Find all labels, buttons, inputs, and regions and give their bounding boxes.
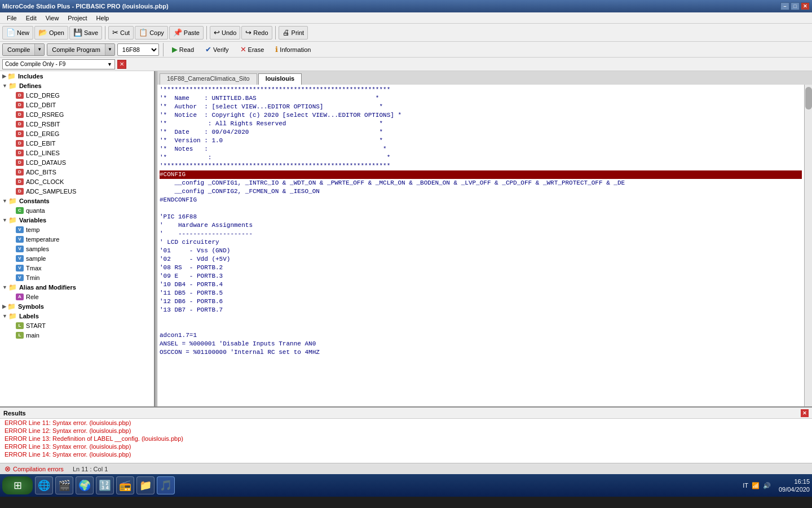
start-button[interactable]: ⊞ <box>2 476 33 494</box>
tab-0[interactable]: 16F88_CameraClimatica_Sito <box>160 73 257 85</box>
tree-item-1-6[interactable]: DLCD_LINES <box>0 148 154 157</box>
menu-edit[interactable]: Edit <box>21 14 41 23</box>
statusbar: ⊗ Compilation errors Ln 11 : Col 1 <box>0 463 812 474</box>
taskbar-calc[interactable]: 🔢 <box>96 476 114 494</box>
taskbar-folder[interactable]: 📁 <box>136 476 155 494</box>
tree-item-6-0[interactable]: LSTART <box>0 321 154 330</box>
tree-item-1-7[interactable]: DLCD_DATAUS <box>0 157 154 167</box>
compile-arrow[interactable]: ▼ <box>34 44 44 55</box>
code-scroll-area[interactable]: '***************************************… <box>157 85 804 406</box>
code-line: __config _CONFIG2, _FCMEN_ON & _IESO_ON <box>160 187 802 196</box>
tree-item-3-0[interactable]: Vtemp <box>0 225 154 234</box>
read-button[interactable]: ▶ Read <box>167 43 198 56</box>
tree-item-1-8[interactable]: DADC_BITS <box>0 167 154 177</box>
network-icon: 📶 <box>752 482 760 489</box>
tree-item-2-0[interactable]: Cquanta <box>0 205 154 215</box>
item-label: temp <box>26 226 39 233</box>
tree-item-6-1[interactable]: Lmain <box>0 330 154 340</box>
badge-icon: C <box>16 207 24 214</box>
taskbar-media[interactable]: 🎬 <box>55 476 73 494</box>
taskbar-app[interactable]: 🎵 <box>157 476 175 494</box>
tree-item-3-2[interactable]: Vsamples <box>0 244 154 253</box>
badge-icon: V <box>16 274 24 281</box>
code-selector-dropdown[interactable]: Code Compile Only - F9 ▼ <box>2 59 115 69</box>
item-label: ADC_SAMPLEUS <box>26 188 76 195</box>
code-line: __config _CONFIG1, _INTRC_IO & _WDT_ON &… <box>160 179 802 187</box>
badge-icon: V <box>16 246 24 252</box>
tree-item-1-9[interactable]: DADC_CLOCK <box>0 177 154 186</box>
results-close-button[interactable]: ✕ <box>801 409 809 417</box>
menu-help[interactable]: Help <box>92 14 114 23</box>
item-label: Tmin <box>26 274 39 281</box>
new-icon: 📄 <box>6 28 15 37</box>
tree-section-header-3[interactable]: ▼📁Variables <box>0 215 154 225</box>
badge-icon: D <box>16 130 24 137</box>
tree-item-1-10[interactable]: DADC_SAMPLEUS <box>0 186 154 196</box>
undo-button[interactable]: ↩ Undo <box>210 26 240 40</box>
tree-item-3-3[interactable]: Vsample <box>0 253 154 263</box>
badge-icon: L <box>16 332 24 339</box>
menu-project[interactable]: Project <box>63 14 91 23</box>
taskbar-radio[interactable]: 📻 <box>116 476 134 494</box>
compile-dropdown[interactable]: Compile ▼ <box>2 43 45 56</box>
code-line: '11 DB5 - PORTB.5 <box>160 289 802 297</box>
item-label: LCD_DREG <box>26 92 60 99</box>
tree-section-3: ▼📁VariablesVtempVtemperatureVsamplesVsam… <box>0 215 154 282</box>
cut-icon: ✂ <box>112 28 118 37</box>
item-label: LCD_DBIT <box>26 102 56 108</box>
badge-icon: D <box>16 159 24 166</box>
tree-item-1-2[interactable]: DLCD_RSREG <box>0 110 154 119</box>
paste-button[interactable]: 📌 Paste <box>169 26 204 40</box>
code-line <box>160 323 802 331</box>
tree-item-1-0[interactable]: DLCD_DREG <box>0 90 154 100</box>
close-button[interactable]: ✕ <box>801 2 810 10</box>
menu-file[interactable]: File <box>2 14 21 23</box>
compile-program-dropdown[interactable]: Compile Program ▼ <box>47 43 115 56</box>
tree-item-4-0[interactable]: ARele <box>0 292 154 301</box>
information-button[interactable]: ℹ Information <box>271 43 315 56</box>
tree-item-3-4[interactable]: VTmax <box>0 263 154 273</box>
chip-select[interactable]: 16F88 16F628 18F4550 <box>117 43 159 56</box>
open-button[interactable]: 📂 Open <box>34 26 68 40</box>
verify-button[interactable]: ✔ Verify <box>201 43 233 56</box>
compile-program-arrow[interactable]: ▼ <box>105 44 114 55</box>
compile-button[interactable]: Compile <box>3 44 34 55</box>
tree-item-1-3[interactable]: DLCD_RSBIT <box>0 119 154 129</box>
copy-button[interactable]: 📋 Copy <box>135 26 168 40</box>
tree-section-header-5[interactable]: ▶📁Symbols <box>0 301 154 311</box>
save-button[interactable]: 💾 Save <box>69 26 102 40</box>
item-label: LCD_RSBIT <box>26 121 60 128</box>
tree-section-header-1[interactable]: ▼📁Defines <box>0 81 154 90</box>
taskbar-ie[interactable]: 🌐 <box>35 476 53 494</box>
tree-item-1-4[interactable]: DLCD_EREG <box>0 129 154 138</box>
erase-button[interactable]: ✕ Erase <box>236 43 269 56</box>
compile-program-button[interactable]: Compile Program <box>47 44 105 55</box>
expand-icon: ▶ <box>2 73 6 79</box>
taskbar-browser[interactable]: 🌍 <box>76 476 94 494</box>
code-line: #ENDCONFIG <box>160 196 802 204</box>
results-panel: Results ✕ ERROR Line 11: Syntax error. (… <box>0 406 812 463</box>
tree-section-header-2[interactable]: ▼📁Constants <box>0 196 154 205</box>
code-selector-close[interactable]: ✕ <box>117 60 126 69</box>
tree-section-header-6[interactable]: ▼📁Labels <box>0 311 154 321</box>
redo-button[interactable]: ↪ Redo <box>241 26 272 40</box>
tree-item-1-5[interactable]: DLCD_EBIT <box>0 138 154 148</box>
badge-icon: D <box>16 178 24 185</box>
restore-button[interactable]: □ <box>791 2 800 10</box>
cut-button[interactable]: ✂ Cut <box>108 26 134 40</box>
tree-section-header-0[interactable]: ▶📁Includes <box>0 71 154 81</box>
code-line: '09 E - PORTB.3 <box>160 272 802 281</box>
tab-louislouis[interactable]: louislouis <box>258 73 302 85</box>
tree-item-3-1[interactable]: Vtemperature <box>0 234 154 244</box>
error-icon: ⊗ <box>5 465 11 473</box>
code-line: ' Hardware Assignments <box>160 221 802 230</box>
section-label: Alias and Modifiers <box>19 284 76 291</box>
tree-item-1-1[interactable]: DLCD_DBIT <box>0 100 154 110</box>
vertical-scrollbar[interactable] <box>804 85 812 406</box>
print-button[interactable]: 🖨 Print <box>279 26 308 40</box>
minimize-button[interactable]: – <box>780 2 789 10</box>
new-button[interactable]: 📄 New <box>2 26 33 40</box>
tree-item-3-5[interactable]: VTmin <box>0 273 154 282</box>
menu-view[interactable]: View <box>41 14 64 23</box>
tree-section-header-4[interactable]: ▼📁Alias and Modifiers <box>0 282 154 292</box>
